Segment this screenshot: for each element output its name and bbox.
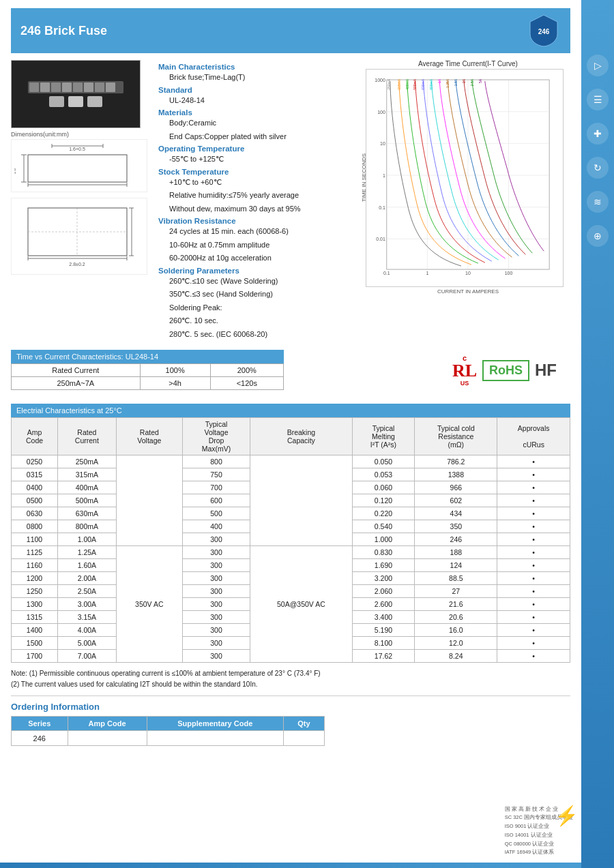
elec-cell-approvals: • xyxy=(497,572,570,585)
elec-cell-breaking: 50A@350V AC xyxy=(250,546,353,663)
elec-cell-current: 3.00A xyxy=(58,598,117,611)
elec-cell-melting: 0.830 xyxy=(352,546,415,559)
chart-y-label: TIME IN SECONDS xyxy=(361,153,367,202)
standard-title: Standard xyxy=(158,86,355,94)
elec-cell-resistance: 12.0 xyxy=(415,637,497,650)
elec-cell-current: 2.00A xyxy=(58,572,117,585)
bottom-stripe xyxy=(0,863,614,868)
svg-text:100: 100 xyxy=(377,110,385,115)
dimension-diagram-1: 1.6+0.5 1.6 6.5±0.5 xyxy=(11,139,147,192)
sidebar-icon-2[interactable]: ☰ xyxy=(587,89,609,110)
chart-area: 1000 100 10 1 0.1 0.01 0.1 1 10 100 250m… xyxy=(366,69,564,287)
table-row: 0250250mA8000.050786.2• xyxy=(12,455,570,468)
sidebar-icon-4[interactable]: ↻ xyxy=(587,157,609,179)
elec-cell-drop: 500 xyxy=(182,507,250,520)
elec-cell-drop: 300 xyxy=(182,572,250,585)
company-info-line: IATF 16949 认证体系 xyxy=(505,848,573,857)
svg-text:6.5±0.5: 6.5±0.5 xyxy=(69,186,85,187)
elec-cell-amp: 0630 xyxy=(12,507,58,520)
tvc-col1: Rated Current xyxy=(12,364,141,377)
left-column: Dimensions(unit:mm) 1.6+0.5 1.6 xyxy=(11,60,147,342)
tvc-table: Time vs Current Characteristics: UL248-1… xyxy=(11,350,284,390)
svg-text:1.6+0.5: 1.6+0.5 xyxy=(69,147,85,151)
elec-cell-melting: 2.600 xyxy=(352,598,415,611)
elec-cell-drop: 300 xyxy=(182,598,250,611)
ordering-title: Ordering Information xyxy=(11,702,570,712)
product-image xyxy=(11,60,141,128)
soldering-peak-1: 260℃. 10 sec. xyxy=(169,315,355,327)
elec-cell-resistance: 602 xyxy=(415,494,497,507)
tvc-row1-col1: 250mA~7A xyxy=(12,377,141,390)
soldering-peak-label: Soldering Peak: xyxy=(169,302,355,314)
elec-cell-amp: 1300 xyxy=(12,598,58,611)
elec-th-rated-current: RatedCurrent xyxy=(58,418,117,455)
elec-cell-drop: 300 xyxy=(182,611,250,624)
tvc-header: Time vs Current Characteristics: UL248-1… xyxy=(11,350,284,363)
materials-title: Materials xyxy=(158,108,355,117)
dimension-svg-1: 1.6+0.5 1.6 6.5±0.5 xyxy=(14,143,137,187)
elec-cell-drop: 300 xyxy=(182,546,250,559)
main-char-desc: Brick fuse;Time-Lag(T) xyxy=(169,72,355,83)
elec-cell-approvals: • xyxy=(497,481,570,494)
op-temp-value: -55℃ to +125℃ xyxy=(169,153,355,165)
rohs-logo: RoHS xyxy=(482,360,529,381)
elec-cell-drop: 750 xyxy=(182,468,250,481)
note-line2: (2) The current values used for calculat… xyxy=(11,679,570,690)
elec-th-resistance: Typical coldResistance(mΩ) xyxy=(415,418,497,455)
elec-cell-resistance: 246 xyxy=(415,533,497,546)
elec-cell-approvals: • xyxy=(497,598,570,611)
sidebar-icon-6[interactable]: ⊕ xyxy=(587,225,609,247)
ordering-data-cell: 246 xyxy=(12,731,68,746)
sidebar-icon-1[interactable]: ▷ xyxy=(587,55,609,76)
elec-cell-resistance: 434 xyxy=(415,507,497,520)
svg-text:10: 10 xyxy=(380,141,385,146)
elec-cell-resistance: 27 xyxy=(415,585,497,598)
elec-cell-drop: 300 xyxy=(182,650,250,663)
standard-value: UL-248-14 xyxy=(169,95,355,106)
elec-cell-amp: 0315 xyxy=(12,468,58,481)
elec-cell-amp: 1100 xyxy=(12,533,58,546)
materials-body: Body:Ceramic xyxy=(169,117,355,129)
elec-th-amp-code: AmpCode xyxy=(12,418,58,455)
vibration-3: 60-2000Hz at 10g acceleration xyxy=(169,252,355,264)
elec-cell-current: 800mA xyxy=(58,520,117,533)
ordering-data-cell xyxy=(147,731,283,746)
elec-cell-amp: 1400 xyxy=(12,624,58,637)
elec-data-table: AmpCode RatedCurrent RatedVoltage Typica… xyxy=(11,417,570,663)
elec-cell-amp: 1250 xyxy=(12,585,58,598)
soldering-2: 350℃.≤3 sec (Hand Soldering) xyxy=(169,288,355,300)
elec-cell-resistance: 88.5 xyxy=(415,572,497,585)
elec-cell-voltage-empty xyxy=(116,455,182,546)
elec-cell-current: 1.00A xyxy=(58,533,117,546)
svg-rect-5 xyxy=(28,155,127,182)
svg-text:1: 1 xyxy=(383,173,385,178)
elec-cell-drop: 600 xyxy=(182,494,250,507)
right-column: Average Time Current(I-T Curve) xyxy=(366,60,570,342)
elec-cell-amp: 0400 xyxy=(12,481,58,494)
chart-svg: 1000 100 10 1 0.1 0.01 0.1 1 10 100 250m… xyxy=(366,70,563,286)
tvc-row1-col2: >4h xyxy=(140,377,210,390)
elec-th-melting: TypicalMeltingI²T (A²s) xyxy=(352,418,415,455)
chart-x-label: CURRENT IN AMPERES xyxy=(366,288,570,295)
elec-cell-melting: 3.200 xyxy=(352,572,415,585)
tvc-cert-row: Time vs Current Characteristics: UL248-1… xyxy=(11,350,570,398)
elec-cell-melting: 8.100 xyxy=(352,637,415,650)
elec-cell-approvals: • xyxy=(497,624,570,637)
elec-cell-approvals: • xyxy=(497,455,570,468)
ordering-table: SeriesAmp CodeSupplementary CodeQty 246 xyxy=(11,716,325,746)
tvc-col3: 200% xyxy=(210,364,283,377)
elec-cell-melting: 0.540 xyxy=(352,520,415,533)
sidebar-icon-5[interactable]: ≋ xyxy=(587,191,609,213)
elec-cell-amp: 0500 xyxy=(12,494,58,507)
note-section: Note: (1) Permissible continuous operati… xyxy=(11,668,570,690)
company-logo: 246 xyxy=(527,14,561,48)
elec-cell-approvals: • xyxy=(497,468,570,481)
sidebar-icon-3[interactable]: ✚ xyxy=(587,123,609,145)
soldering-title: Soldering Parameters xyxy=(158,267,355,275)
op-temp-title: Operating Temperature xyxy=(158,145,355,153)
vibration-1: 24 cycles at 15 min. each (60068-6) xyxy=(169,226,355,237)
elec-cell-melting: 0.220 xyxy=(352,507,415,520)
main-content: 246 Brick Fuse 246 xyxy=(0,0,581,754)
elec-cell-current: 630mA xyxy=(58,507,117,520)
ordering-data-cell xyxy=(283,731,324,746)
